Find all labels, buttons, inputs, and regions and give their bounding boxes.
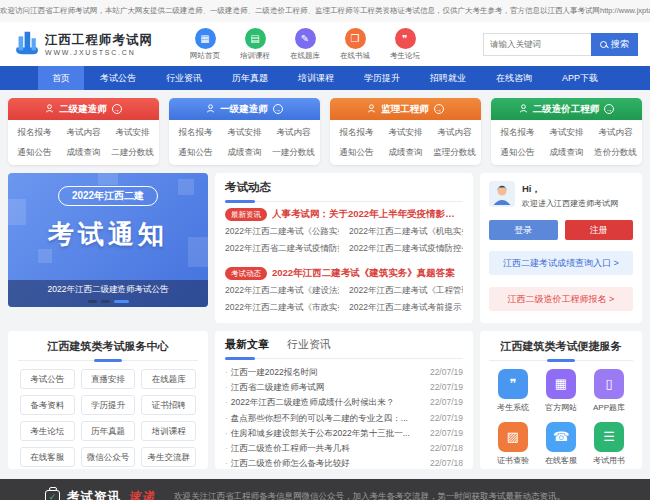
article-item[interactable]: 江西一建2022报名时间 22/07/19 [225, 365, 463, 380]
news-badge[interactable]: 考试动态 [225, 267, 267, 280]
tab-industry-news[interactable]: 行业资讯 [287, 337, 331, 352]
news-link[interactable]: 2022年江西二建考试疫情防控公... [349, 240, 463, 257]
service-button[interactable]: 微信公众号 [81, 447, 136, 467]
search-button[interactable]: 搜索 [591, 33, 638, 56]
search-box: 搜索 [483, 33, 638, 56]
article-item[interactable]: 江西省二级建造师考试网 22/07/19 [225, 380, 463, 395]
nav-item-past-papers[interactable]: 历年真题 [218, 66, 282, 90]
divider [18, 360, 198, 361]
search-input[interactable] [483, 33, 591, 56]
service-button[interactable]: 考试公告 [20, 369, 75, 389]
news-headline-link[interactable]: 人事考试网：关于2022年上半年受疫情影响的职业资格... [272, 208, 463, 221]
nav-item-industry-news[interactable]: 行业资讯 [152, 66, 216, 90]
quick-service-online-support[interactable]: ☎ 在线客服 [537, 422, 585, 466]
exam-card-link[interactable]: 考试安排 [108, 122, 157, 142]
quick-service-app-bank[interactable]: ▯ APP题库 [585, 369, 633, 413]
nav-item-education-upgrade[interactable]: 学历提升 [350, 66, 414, 90]
carousel-dot[interactable] [101, 300, 110, 303]
board-icon: ▨ [498, 422, 528, 452]
exam-card-header[interactable]: 二级造价工程师 → [491, 98, 642, 120]
carousel-banner[interactable]: 2022年江西二建 考试通知 2022年江西二级建造师考试公告 [8, 173, 208, 307]
divider [489, 360, 633, 361]
exam-card-link[interactable]: 考试内容 [430, 122, 479, 142]
exam-card-header[interactable]: 监理工程师 → [330, 98, 481, 120]
service-button[interactable]: 在线题库 [141, 369, 196, 389]
exam-card-link[interactable]: 考试安排 [220, 122, 269, 142]
service-button[interactable]: 考生论坛 [20, 421, 75, 441]
exam-card-link[interactable]: 报名报考 [493, 122, 542, 142]
exam-card-link[interactable]: 报名报考 [332, 122, 381, 142]
nav-item-training-courses[interactable]: 培训课程 [284, 66, 348, 90]
exam-card-link[interactable]: 考试安排 [542, 122, 591, 142]
exam-card-header[interactable]: 一级建造师 → [169, 98, 320, 120]
register-button[interactable]: 注册 [565, 220, 634, 240]
nav-item-app-download[interactable]: APP下载 [548, 66, 612, 90]
quicklink-training-courses[interactable]: ▤ 培训课程 [240, 28, 270, 61]
exam-card-link[interactable]: 成绩查询 [220, 142, 269, 162]
score-query-link[interactable]: 江西二建考试成绩查询入口 > [489, 251, 633, 275]
exam-card-link[interactable]: 二建分数线 [108, 142, 157, 162]
quick-service-exam-books[interactable]: ☰ 考试用书 [585, 422, 633, 466]
quick-service-certificate-check[interactable]: ▨ 证书查验 [489, 422, 537, 466]
news-link[interactable]: 2022年江西省二建考试疫情防控... [225, 240, 339, 257]
exam-card-link[interactable]: 考试内容 [269, 122, 318, 142]
logo-subtitle: WWW.JXUSTSC.CN [45, 49, 153, 56]
exam-card-link[interactable]: 成绩查询 [542, 142, 591, 162]
news-headline-link[interactable]: 2022年江西二建考试《建筑实务》真题答案 [272, 267, 455, 280]
exam-card-link[interactable]: 报名报考 [10, 122, 59, 142]
service-button[interactable]: 备考资料 [20, 395, 75, 415]
news-group: 最新资讯 人事考试网：关于2022年上半年受疫情影响的职业资格... 2022年… [225, 208, 463, 257]
news-link[interactable]: 2022年江西二建考试《建设法规... [225, 282, 339, 299]
nav-item-exam-announcements[interactable]: 考试公告 [86, 66, 150, 90]
service-button[interactable]: 考生交流群 [141, 447, 196, 467]
tab-latest-articles[interactable]: 最新文章 [225, 337, 269, 352]
exam-card-link[interactable]: 通知公告 [332, 142, 381, 162]
service-button[interactable]: 历年真题 [81, 421, 136, 441]
article-item[interactable]: 江西二级造价工程师一共考几科 22/07/18 [225, 441, 463, 456]
nav-item-online-consult[interactable]: 在线咨询 [482, 66, 546, 90]
service-button[interactable]: 培训课程 [141, 421, 196, 441]
login-button[interactable]: 登录 [489, 220, 558, 240]
article-item[interactable]: 盘点那些你想不到的可以考二建的专业之四：... 22/07/19 [225, 411, 463, 426]
quicklink-candidate-forum[interactable]: ❞ 考生论坛 [390, 28, 420, 61]
exam-card-link[interactable]: 成绩查询 [59, 142, 108, 162]
news-link[interactable]: 2022年江西二建考试《市政实务... [225, 299, 339, 316]
service-button[interactable]: 在线客服 [20, 447, 75, 467]
exam-card-link[interactable]: 成绩查询 [381, 142, 430, 162]
exam-card-link[interactable]: 通知公告 [493, 142, 542, 162]
article-item[interactable]: 2022年江西二级建造师成绩什么时候出来？ 22/07/19 [225, 395, 463, 410]
service-button[interactable]: 学历提升 [81, 395, 136, 415]
article-item[interactable]: 江西二级造价师怎么备考比较好 22/07/18 [225, 456, 463, 469]
exam-card-link[interactable]: 通知公告 [10, 142, 59, 162]
quick-service-candidate-system[interactable]: ❞ 考生系统 [489, 369, 537, 413]
exam-card-header[interactable]: 二级建造师 → [8, 98, 159, 120]
news-link[interactable]: 2022年江西二建考试考前提示 [349, 299, 463, 316]
quicklink-site-home[interactable]: ▦ 网站首页 [190, 28, 220, 61]
exam-card-link[interactable]: 一建分数线 [269, 142, 318, 162]
carousel-dot-active[interactable] [114, 300, 129, 303]
article-item[interactable]: 住房和城乡建设部关于公布2022年第十三批一... 22/07/19 [225, 426, 463, 441]
footer-brand: 考试资讯 [67, 489, 121, 500]
exam-card-link[interactable]: 考试内容 [59, 122, 108, 142]
exam-card-link[interactable]: 考试安排 [381, 122, 430, 142]
news-badge[interactable]: 最新资讯 [225, 208, 267, 221]
quick-service-official-site[interactable]: ▦ 官方网站 [537, 369, 585, 413]
person-icon [206, 104, 215, 115]
quicklink-question-bank[interactable]: ✎ 在线题库 [290, 28, 320, 61]
news-link[interactable]: 2022年江西二建考试《公路实务... [225, 223, 339, 240]
exam-card-link[interactable]: 通知公告 [171, 142, 220, 162]
exam-card-link[interactable]: 造价分数线 [591, 142, 640, 162]
nav-item-home[interactable]: 首页 [38, 66, 84, 90]
service-button[interactable]: 直播安排 [81, 369, 136, 389]
quicklink-book-store[interactable]: ❐ 在线书城 [340, 28, 370, 61]
exam-card-link[interactable]: 报名报考 [171, 122, 220, 142]
exam-card-link[interactable]: 监理分数线 [430, 142, 479, 162]
site-logo[interactable]: 江西工程师考试网 WWW.JXUSTSC.CN [12, 28, 180, 60]
service-button[interactable]: 证书招聘 [141, 395, 196, 415]
cost-engineer-signup-link[interactable]: 江西二级造价工程师报名 > [489, 287, 633, 311]
news-link[interactable]: 2022年江西二建考试《机电实务... [349, 223, 463, 240]
nav-item-jobs[interactable]: 招聘就业 [416, 66, 480, 90]
carousel-dot[interactable] [88, 300, 97, 303]
news-link[interactable]: 2022年江西二建考试《工程管理... [349, 282, 463, 299]
exam-card-link[interactable]: 考试内容 [591, 122, 640, 142]
